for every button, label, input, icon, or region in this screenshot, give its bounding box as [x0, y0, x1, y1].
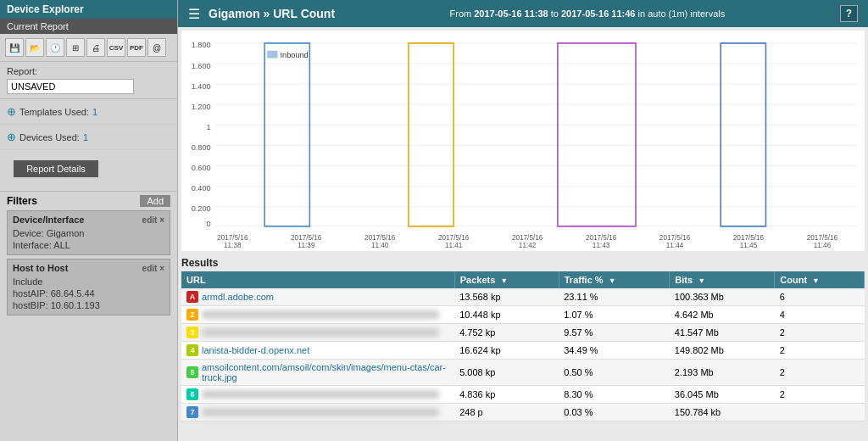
filter-include: Include [13, 276, 164, 287]
cell-packets: 10.448 kp [454, 306, 559, 324]
cell-url: 5 amsoilcontent.com/amsoil/com/skin/imag… [181, 360, 454, 386]
grid-btn[interactable]: ⊞ [66, 38, 85, 57]
cell-traffic: 1.07 % [559, 306, 670, 324]
svg-text:1.400: 1.400 [192, 81, 211, 90]
table-row: A armdl.adobe.com 13.568 kp 23.11 % 100.… [181, 288, 865, 306]
cell-bits: 100.363 Mb [670, 288, 775, 306]
cell-bits: 36.045 Mb [670, 386, 775, 404]
row-color-dot: 6 [186, 388, 198, 400]
header-time-range: From 2017-05-16 11:38 to 2017-05-16 11:4… [450, 8, 726, 19]
svg-text:11:44: 11:44 [666, 241, 684, 248]
filter-device-name: Device: Gigamon [13, 227, 164, 239]
cell-bits: 2.193 Mb [670, 360, 775, 386]
add-filter-button[interactable]: Add [140, 195, 170, 207]
templates-expand-icon[interactable]: ⊕ [7, 105, 16, 118]
svg-text:1.800: 1.800 [192, 40, 211, 49]
hamburger-icon[interactable]: ☰ [188, 6, 200, 22]
svg-text:11:41: 11:41 [445, 241, 463, 248]
col-packets[interactable]: Packets ▼ [454, 271, 559, 288]
filter-group-h2h-edit[interactable]: edit × [142, 264, 164, 273]
templates-section: ⊕ Templates Used: 1 [0, 99, 177, 125]
row-color-dot: 4 [186, 344, 198, 356]
svg-rect-21 [267, 51, 277, 59]
col-bits[interactable]: Bits ▼ [670, 271, 775, 288]
sidebar: Device Explorer Current Report 💾 📂 🕐 ⊞ 🖨… [0, 0, 178, 441]
table-header-row: URL Packets ▼ Traffic % ▼ Bits ▼ Count ▼ [181, 271, 865, 288]
report-details-button[interactable]: Report Details [14, 160, 98, 177]
report-label: Report: [7, 66, 170, 76]
cell-bits: 150.784 kb [670, 404, 775, 421]
row-color-dot: 5 [186, 366, 198, 378]
results-table: URL Packets ▼ Traffic % ▼ Bits ▼ Count ▼… [181, 271, 865, 421]
svg-text:0.800: 0.800 [192, 142, 211, 152]
table-row: 7 248 p 0.03 % 150.784 kb [181, 404, 865, 421]
cell-url: 6 [181, 386, 454, 404]
cell-packets: 4.752 kp [454, 324, 559, 342]
report-section: Report: [0, 62, 177, 99]
table-row: 4 lanista-bidder-d.openx.net 16.624 kp 3… [181, 342, 865, 360]
clock-btn[interactable]: 🕐 [46, 38, 64, 57]
help-button[interactable]: ? [840, 5, 858, 22]
svg-text:0: 0 [207, 218, 211, 227]
svg-text:0.600: 0.600 [192, 163, 211, 172]
print-btn[interactable]: 🖨 [86, 38, 105, 57]
at-btn[interactable]: @ [147, 38, 166, 57]
devices-expand-icon[interactable]: ⊕ [7, 131, 16, 143]
templates-label: Templates Used: [19, 107, 89, 117]
filter-interface: Interface: ALL [13, 239, 164, 251]
row-color-dot: 3 [186, 327, 198, 338]
filter-group-device-edit[interactable]: edit × [142, 215, 164, 225]
cell-packets: 16.624 kp [454, 342, 559, 360]
main-content: ☰ Gigamon » URL Count From 2017-05-16 11… [178, 0, 868, 441]
cell-bits: 149.802 Mb [670, 342, 775, 360]
current-report-label: Current Report [0, 19, 177, 34]
cell-packets: 248 p [454, 404, 559, 421]
cell-count [775, 404, 865, 421]
svg-text:11:40: 11:40 [371, 241, 389, 248]
svg-text:11:46: 11:46 [814, 241, 832, 248]
cell-traffic: 9.57 % [559, 324, 670, 342]
filter-group-device-label: Device/Interface [13, 215, 84, 225]
devices-section: ⊕ Devices Used: 1 [0, 125, 177, 150]
svg-text:11:45: 11:45 [740, 241, 758, 248]
svg-text:11:42: 11:42 [519, 241, 537, 248]
results-tbody: A armdl.adobe.com 13.568 kp 23.11 % 100.… [181, 288, 865, 421]
open-btn[interactable]: 📂 [25, 38, 44, 57]
col-count[interactable]: Count ▼ [775, 271, 865, 288]
svg-text:Inbound: Inbound [281, 50, 309, 59]
cell-packets: 5.008 kp [454, 360, 559, 386]
filter-group-host-to-host: Host to Host edit × Include hostAIP: 68.… [7, 259, 170, 315]
table-row: 2 10.448 kp 1.07 % 4.642 Mb 4 [181, 306, 865, 324]
svg-text:1.600: 1.600 [192, 60, 211, 70]
main-header: ☰ Gigamon » URL Count From 2017-05-16 11… [178, 0, 868, 27]
filters-section: Filters Add Device/Interface edit × Devi… [0, 191, 177, 322]
svg-text:0.200: 0.200 [192, 204, 211, 213]
csv-btn[interactable]: CSV [107, 38, 125, 57]
pdf-btn[interactable]: PDF [127, 38, 146, 57]
row-color-dot: 7 [186, 406, 198, 418]
cell-count: 2 [775, 386, 865, 404]
header-title: Gigamon » URL Count [209, 7, 335, 20]
report-input[interactable] [7, 79, 134, 94]
results-section: Results URL Packets ▼ Traffic % ▼ Bits ▼… [181, 254, 865, 438]
svg-rect-23 [409, 43, 453, 226]
cell-count: 2 [775, 324, 865, 342]
save-btn[interactable]: 💾 [5, 38, 24, 57]
svg-text:1.200: 1.200 [192, 101, 211, 110]
devices-count[interactable]: 1 [83, 132, 88, 142]
chart-svg: 1.800 1.600 1.400 1.200 1 0.800 0.600 0.… [185, 34, 861, 248]
cell-url: 4 lanista-bidder-d.openx.net [181, 342, 454, 360]
cell-bits: 41.547 Mb [670, 324, 775, 342]
cell-count: 2 [775, 342, 865, 360]
sidebar-title: Device Explorer [0, 0, 177, 19]
toolbar: 💾 📂 🕐 ⊞ 🖨 CSV PDF @ [0, 34, 177, 62]
svg-text:11:38: 11:38 [224, 241, 242, 248]
col-traffic[interactable]: Traffic % ▼ [559, 271, 670, 288]
svg-rect-25 [721, 43, 765, 226]
templates-count[interactable]: 1 [92, 107, 97, 117]
cell-count: 2 [775, 360, 865, 386]
filter-group-device-interface: Device/Interface edit × Device: Gigamon … [7, 210, 170, 255]
svg-text:11:39: 11:39 [298, 241, 315, 248]
col-url[interactable]: URL [181, 271, 454, 288]
svg-text:0.400: 0.400 [192, 183, 211, 193]
